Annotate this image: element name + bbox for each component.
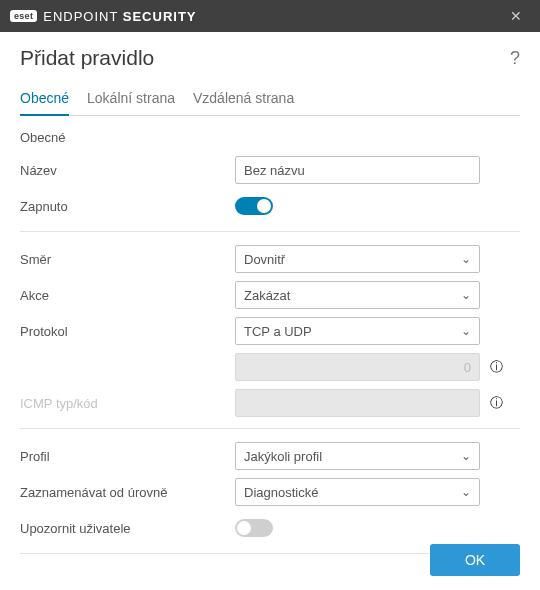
chevron-down-icon: ⌄ [461,252,471,266]
tabs: Obecné Lokální strana Vzdálená strana [20,84,520,116]
protocol-label: Protokol [20,324,235,339]
close-icon[interactable]: ✕ [502,8,530,24]
brand-title: ENDPOINT SECURITY [43,9,196,24]
chevron-down-icon: ⌄ [461,324,471,338]
icmp-label: ICMP typ/kód [20,396,235,411]
help-icon[interactable]: ? [510,48,520,69]
brand-badge: eset [10,10,37,22]
brand-title-bold: SECURITY [123,9,197,24]
action-select-value: Zakázat [244,288,290,303]
profile-select[interactable]: Jakýkoli profil ⌄ [235,442,480,470]
direction-select[interactable]: Dovnitř ⌄ [235,245,480,273]
notify-label: Upozornit uživatele [20,521,235,536]
enabled-label: Zapnuto [20,199,235,214]
direction-select-value: Dovnitř [244,252,285,267]
name-input[interactable] [235,156,480,184]
profile-label: Profil [20,449,235,464]
info-icon[interactable]: ⓘ [488,395,504,411]
info-icon[interactable]: ⓘ [488,359,504,375]
direction-label: Směr [20,252,235,267]
ok-button[interactable]: OK [430,544,520,576]
action-label: Akce [20,288,235,303]
name-label: Název [20,163,235,178]
titlebar: eset ENDPOINT SECURITY ✕ [0,0,540,32]
tab-remote-side[interactable]: Vzdálená strana [193,84,294,115]
log-level-select-value: Diagnostické [244,485,318,500]
protocol-number-input [235,353,480,381]
chevron-down-icon: ⌄ [461,449,471,463]
profile-select-value: Jakýkoli profil [244,449,322,464]
protocol-select-value: TCP a UDP [244,324,312,339]
protocol-select[interactable]: TCP a UDP ⌄ [235,317,480,345]
enabled-toggle[interactable] [235,197,273,215]
notify-toggle[interactable] [235,519,273,537]
log-level-label: Zaznamenávat od úrovně [20,485,235,500]
brand-title-light: ENDPOINT [43,9,118,24]
section-general-label: Obecné [20,130,520,145]
log-level-select[interactable]: Diagnostické ⌄ [235,478,480,506]
chevron-down-icon: ⌄ [461,485,471,499]
dialog-title: Přidat pravidlo [20,46,510,70]
icmp-input [235,389,480,417]
tab-general[interactable]: Obecné [20,84,69,116]
chevron-down-icon: ⌄ [461,288,471,302]
tab-local-side[interactable]: Lokální strana [87,84,175,115]
action-select[interactable]: Zakázat ⌄ [235,281,480,309]
